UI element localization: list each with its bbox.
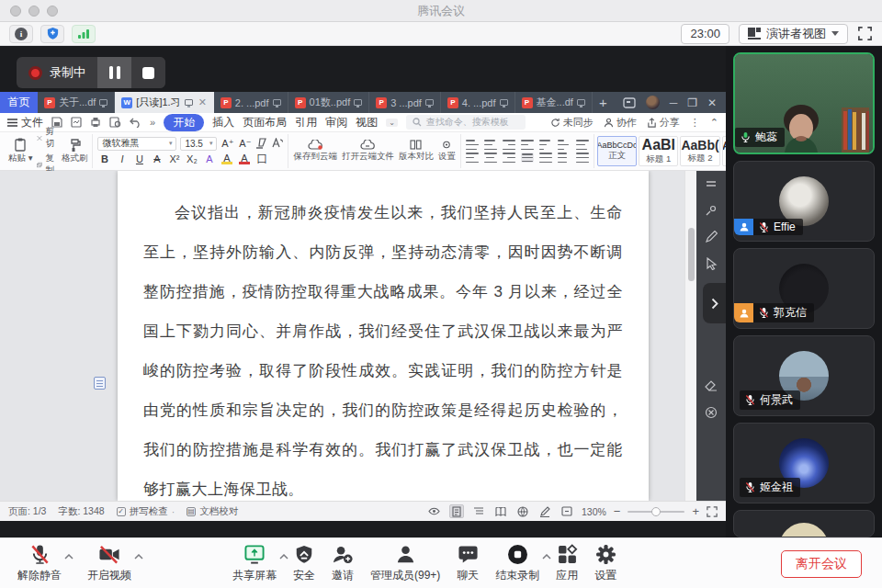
wps-close-icon[interactable]: ✕ [707, 96, 717, 109]
laser-pointer-icon[interactable] [704, 203, 718, 218]
shading-icon[interactable] [576, 153, 589, 163]
menu-tab-references[interactable]: 引用 [295, 115, 317, 130]
sync-status-button[interactable]: 未同步 [550, 116, 594, 130]
distribute-icon[interactable] [539, 153, 552, 163]
unmute-button[interactable]: 解除静音 [9, 538, 70, 588]
end-recording-button[interactable]: 结束录制 [487, 538, 548, 588]
preview-icon[interactable] [109, 117, 121, 128]
participant-tile[interactable]: 姬金祖 [733, 423, 875, 503]
cut-button[interactable]: 剪切 [37, 126, 57, 150]
style-heading3[interactable]: AaBbC标题 3 [722, 136, 726, 166]
character-border-button[interactable]: 囗 [254, 153, 268, 166]
align-right-icon[interactable] [503, 153, 515, 163]
exit-annotation-icon[interactable] [704, 405, 718, 420]
numbered-list-icon[interactable] [484, 140, 497, 150]
wps-minimize-icon[interactable]: ─ [670, 96, 678, 109]
zoom-out-icon[interactable]: − [614, 504, 621, 518]
print-icon[interactable] [90, 117, 101, 128]
style-heading1[interactable]: AaBl标题 1 [639, 136, 678, 166]
align-left-icon[interactable] [466, 153, 479, 163]
eraser-icon[interactable] [704, 379, 718, 393]
doc-tab-active[interactable]: W[只读]1.习✕ [115, 92, 214, 113]
superscript-button[interactable]: X² [167, 153, 181, 164]
sidebar-collapse-tab[interactable] [703, 283, 726, 323]
participant-tile[interactable] [733, 510, 875, 537]
participant-tile[interactable]: 何景武 [733, 335, 875, 416]
decrease-indent-icon[interactable] [503, 140, 515, 150]
meeting-info-button[interactable]: i [9, 25, 33, 43]
save-to-cloud-button[interactable]: 保存到云端 [293, 140, 337, 163]
workspace-icon[interactable] [623, 97, 636, 108]
bullet-list-icon[interactable] [466, 140, 479, 150]
menu-tab-insert[interactable]: 插入 [212, 115, 234, 130]
pen-icon[interactable] [704, 230, 718, 244]
participant-tile-active[interactable]: 鲍蕊 [733, 52, 875, 154]
version-compare-button[interactable]: 版本对比 [399, 140, 434, 163]
tab-home[interactable]: 首页 [0, 92, 38, 113]
close-tab-icon[interactable]: ✕ [198, 96, 207, 108]
redo-icon[interactable]: » [150, 117, 155, 128]
shrink-font-button[interactable]: A⁻ [238, 138, 252, 150]
doc-tab[interactable]: P关于...df [38, 92, 115, 113]
video-options-chevron[interactable] [134, 554, 143, 560]
scrollbar-thumb[interactable] [688, 228, 695, 281]
bold-button[interactable]: B [97, 153, 111, 164]
pause-recording-button[interactable] [97, 57, 131, 88]
wps-restore-icon[interactable]: ❐ [687, 96, 697, 109]
zoom-level[interactable]: 130% [582, 506, 606, 517]
clear-format-icon[interactable] [255, 138, 267, 149]
eye-protect-icon[interactable] [427, 504, 442, 518]
doc-tab[interactable]: P01数..pdf [288, 92, 370, 113]
zoom-window-icon[interactable] [47, 6, 58, 17]
read-layout-icon[interactable] [493, 504, 508, 518]
audio-options-chevron[interactable] [64, 554, 74, 560]
open-cloud-file-button[interactable]: 打开云端文件 [342, 140, 394, 163]
command-search-input[interactable]: 查找命令、搜索模板 [406, 115, 526, 130]
fullscreen-icon[interactable] [857, 26, 873, 41]
paste-button[interactable]: 粘贴 ▾ [8, 138, 32, 164]
increase-indent-icon[interactable] [521, 140, 534, 150]
align-center-icon[interactable] [484, 153, 497, 163]
zoom-slider-knob[interactable] [651, 507, 661, 516]
format-painter-button[interactable]: 格式刷 [62, 139, 88, 164]
meeting-time-button[interactable]: 23:00 [681, 24, 729, 44]
stop-recording-button[interactable] [131, 57, 165, 88]
sort-icon[interactable] [539, 140, 552, 150]
more-options-icon[interactable]: ⋮ [690, 117, 700, 129]
underline-button[interactable]: U [132, 153, 146, 164]
spellcheck-toggle[interactable]: ✓拼写检查· [117, 505, 175, 518]
doc-tab[interactable]: P基金...df [515, 92, 593, 113]
line-spacing-icon[interactable] [558, 153, 571, 163]
settings-button[interactable]: 设置 [586, 538, 625, 588]
font-size-select[interactable]: 13.5▾ [180, 137, 217, 151]
menu-tab-start[interactable]: 开始 [164, 114, 204, 131]
outline-view-icon[interactable] [471, 504, 486, 518]
wps-account-avatar[interactable] [646, 96, 660, 109]
undo-icon[interactable] [130, 118, 141, 128]
close-window-icon[interactable] [10, 6, 21, 17]
strikethrough-button[interactable]: A [150, 153, 164, 164]
security-status-button[interactable] [40, 25, 64, 43]
style-heading2[interactable]: AaBb(标题 2 [680, 136, 719, 166]
phonetic-guide-icon[interactable] [271, 138, 283, 149]
menu-tab-view[interactable]: 视图 [356, 115, 378, 130]
style-normal[interactable]: AaBbCcDc正文 [597, 136, 637, 166]
start-video-button[interactable]: 开启视频 [79, 538, 140, 588]
show-marks-icon[interactable] [558, 140, 571, 150]
minimize-window-icon[interactable] [28, 6, 40, 17]
menu-tab-review[interactable]: 审阅 [325, 115, 347, 130]
italic-button[interactable]: I [115, 153, 129, 164]
participant-tile[interactable]: 郭克信 [733, 248, 875, 329]
zoom-slider[interactable] [628, 511, 684, 513]
zoom-in-icon[interactable]: + [692, 504, 699, 518]
fit-page-icon[interactable] [560, 504, 574, 518]
paste-options-icon[interactable] [94, 377, 106, 390]
drag-handle-icon[interactable] [704, 176, 718, 191]
share-screen-button[interactable]: 共享屏幕 [224, 538, 285, 588]
web-layout-icon[interactable] [515, 504, 530, 518]
document-page[interactable]: 会议指出，新冠肺炎疫情发生以来，我们坚持人民至上、生命至上，坚持外防输入、内防反… [118, 171, 649, 501]
network-status-button[interactable] [72, 25, 96, 43]
leave-meeting-button[interactable]: 离开会议 [781, 550, 862, 578]
wordart-button[interactable]: A [202, 153, 216, 164]
security-button[interactable]: 安全 [285, 538, 323, 588]
